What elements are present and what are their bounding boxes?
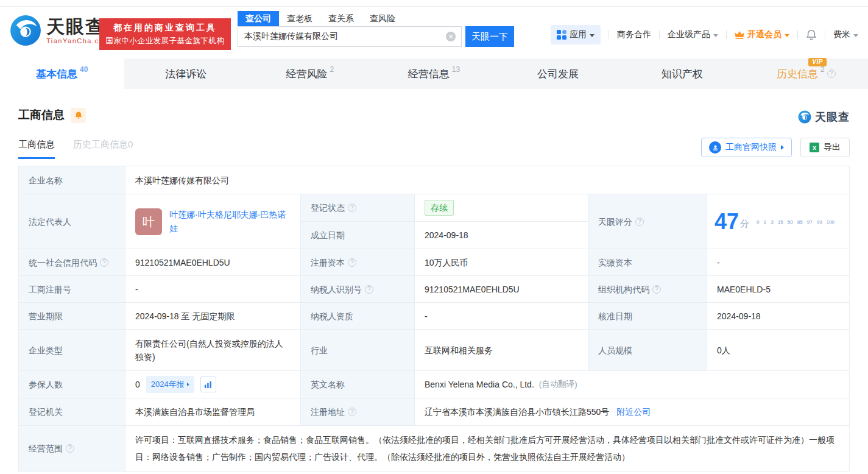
tianyancha-logo-icon: [10, 15, 41, 46]
score-label: 天眼评分?: [588, 194, 707, 249]
table-row: 企业类型 有限责任公司(自然人投资或控股的法人独资) 行业 互联网和相关服务 人…: [19, 330, 849, 371]
reg-address-label: 注册地址?: [301, 398, 415, 425]
nav-business-cooperation[interactable]: 商务合作: [617, 29, 651, 40]
insured-count-number: 0: [135, 378, 140, 391]
search-area: 查公司 查老板 查关系 查风险 ✕ 天眼一下: [238, 11, 514, 47]
company-type-value: 有限责任公司(自然人投资或控股的法人独资): [125, 330, 301, 370]
credit-code-label: 统一社会信用代码?: [19, 249, 125, 275]
english-name-value: Benxi Yelena Media Co., Ltd. (自动翻译): [415, 371, 849, 398]
business-term-label: 营业期限: [19, 303, 125, 329]
business-info-table: 企业名称 本溪叶莲娜传媒有限公司 法定代表人 叶 叶莲娜·叶夫格尼耶夫娜·巴热诺…: [18, 166, 850, 472]
table-row: 成立日期 2024-09-18: [301, 222, 588, 249]
tab-company-development[interactable]: 公司发展: [496, 58, 620, 89]
tab-legal-proceedings[interactable]: 法律诉讼: [124, 58, 249, 89]
score-distribution-chart[interactable]: 0 1 3 15 50 85 97 99 100: [757, 214, 834, 229]
subscribe-bell-button[interactable]: [71, 108, 86, 123]
reg-authority-value: 本溪满族自治县市场监督管理局: [125, 398, 301, 425]
auto-translate-note: (自动翻译): [539, 378, 577, 391]
table-row: 工商注册号 - 纳税人识别号? 91210521MAE0EHLD5U 组织机构代…: [19, 276, 849, 303]
legal-rep-name-link[interactable]: 叶莲娜·叶夫格尼耶夫娜·巴热诺娃: [169, 208, 291, 236]
help-icon[interactable]: ?: [348, 258, 356, 267]
avatar[interactable]: 叶: [135, 208, 162, 235]
search-input[interactable]: [238, 26, 462, 47]
site-logo[interactable]: 天眼查 TianYanCha.com: [10, 15, 110, 46]
app-grid-icon: [557, 30, 566, 40]
promo-line-1: 都在用的商业查询工具: [99, 23, 231, 34]
legal-rep-label: 法定代表人: [19, 194, 125, 249]
score-axis-tick: 0: [757, 216, 759, 229]
tab-intellectual-property[interactable]: 知识产权: [620, 58, 744, 89]
nearby-companies-link[interactable]: 附近公司: [616, 405, 651, 419]
search-tab-risk[interactable]: 查风险: [362, 11, 403, 26]
tab-history-info[interactable]: 历史信息 VIP 2 ?: [744, 58, 868, 89]
help-icon[interactable]: ?: [348, 203, 356, 212]
score-axis-tick: 3: [771, 216, 773, 229]
nav-enterprise-products[interactable]: 企业级产品: [668, 29, 718, 40]
annual-report-badge[interactable]: 2024年报: [146, 376, 194, 393]
export-button-label: 导出: [824, 142, 841, 153]
subtab-history-business-info[interactable]: 历史工商信息0: [73, 139, 133, 159]
nav-separator: [825, 30, 825, 39]
search-tab-company[interactable]: 查公司: [238, 11, 279, 26]
score-value: 47 分 0: [707, 194, 849, 249]
help-icon[interactable]: ?: [100, 258, 108, 267]
tab-basic-info[interactable]: 基本信息 40: [0, 58, 124, 89]
trend-chart-button[interactable]: [200, 377, 216, 392]
bell-icon: [74, 111, 83, 119]
section-header: 工商信息: [18, 107, 86, 123]
reg-number-label: 工商注册号: [19, 276, 125, 302]
help-icon[interactable]: ?: [652, 285, 661, 294]
legal-rep-value: 叶 叶莲娜·叶夫格尼耶夫娜·巴热诺娃: [125, 194, 301, 249]
chevron-down-icon: [713, 34, 718, 37]
business-scope-label: 经营范围?: [19, 426, 125, 471]
nav-vip-label: 开通会员: [747, 29, 782, 40]
nav-notifications[interactable]: [806, 29, 817, 40]
chevron-down-icon: [785, 34, 789, 37]
help-icon[interactable]: ?: [827, 69, 836, 78]
tab-operating-info[interactable]: 经营信息 13: [372, 58, 496, 89]
tab-count: 2: [330, 65, 334, 74]
tab-count: 13: [452, 65, 460, 74]
search-button[interactable]: 天眼一下: [465, 26, 514, 47]
nav-separator: [659, 30, 660, 39]
score-axis-tick: 97: [807, 216, 813, 229]
help-icon[interactable]: ?: [348, 408, 356, 416]
subtab-business-info[interactable]: 工商信息: [18, 139, 55, 159]
help-icon[interactable]: ?: [365, 285, 373, 294]
business-info-subtabs: 工商信息 历史工商信息0: [18, 139, 133, 159]
crown-icon: [735, 30, 744, 39]
search-tabs: 查公司 查老板 查关系 查风险: [238, 11, 514, 26]
score-axis-tick: 1: [764, 216, 766, 229]
table-row: 参保人数 0 2024年报 英文名称 Benxi Yelena Media C: [19, 371, 849, 398]
company-detail-tabbar: 基本信息 40 法律诉讼 经营风险 2 经营信息 13 公司发展 知识产权 历史…: [0, 58, 868, 89]
table-row: 登记机关 本溪满族自治县市场监督管理局 注册地址? 辽宁省本溪市本溪满族自治县小…: [19, 398, 849, 426]
top-divider: [0, 6, 868, 7]
tab-label: 经营信息: [408, 67, 450, 81]
official-snapshot-button[interactable]: 工商官网快照: [701, 138, 792, 157]
status-badge: 存续: [425, 200, 454, 216]
tab-operating-risk[interactable]: 经营风险 2: [248, 58, 372, 89]
help-icon[interactable]: ?: [66, 444, 74, 453]
reg-status-value: 存续: [415, 194, 588, 221]
reg-number-value: -: [125, 276, 301, 302]
credit-code-value: 91210521MAE0EHLD5U: [125, 249, 301, 275]
tianyancha-logo-icon: [798, 110, 811, 124]
bell-icon: [806, 29, 817, 40]
tab-count: 2: [820, 65, 825, 74]
watermark-brand: 天眼查: [815, 110, 850, 124]
clear-icon[interactable]: ✕: [446, 32, 456, 41]
tab-label: 基本信息: [36, 67, 77, 81]
export-button[interactable]: x 导出: [800, 138, 850, 157]
search-tab-boss[interactable]: 查老板: [279, 11, 320, 26]
company-name-value: 本溪叶莲娜传媒有限公司: [125, 166, 849, 194]
nav-user-menu[interactable]: 费米: [833, 29, 858, 40]
staff-size-value: 0人: [707, 330, 849, 370]
score-axis-tick: 99: [817, 216, 822, 229]
nav-open-vip[interactable]: 开通会员: [735, 29, 789, 40]
tab-label-wrap: 历史信息 VIP: [777, 67, 818, 81]
vip-badge: VIP: [808, 58, 827, 66]
score-number-wrap: 47 分: [715, 211, 749, 233]
nav-apps[interactable]: 应用: [551, 25, 601, 44]
help-icon[interactable]: ?: [635, 218, 644, 226]
search-tab-relation[interactable]: 查关系: [320, 11, 362, 26]
